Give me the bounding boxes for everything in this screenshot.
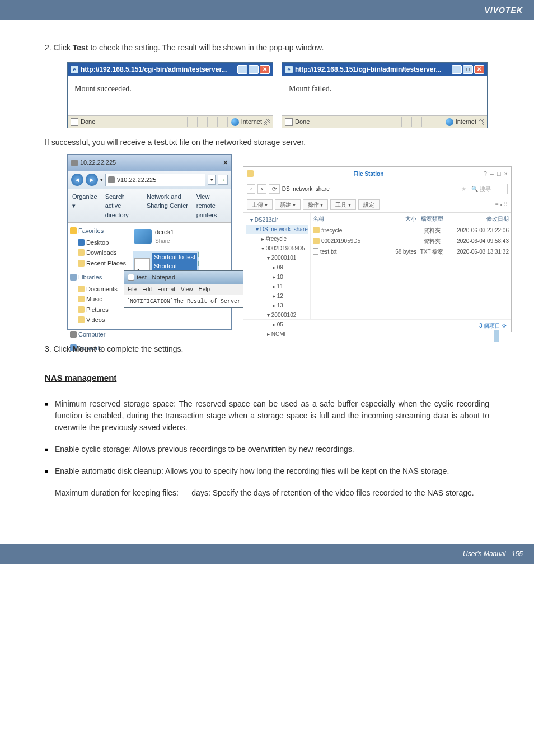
tree-hour[interactable]: ▸ 11: [246, 282, 308, 291]
fs-header-row: 名稱 大小 檔案類型 修改日期: [311, 213, 511, 225]
fs-new-btn[interactable]: 新建 ▾: [275, 199, 301, 210]
forward-button[interactable]: ►: [86, 174, 98, 186]
col-name[interactable]: 名稱: [313, 214, 386, 223]
status-done: Done: [295, 117, 310, 127]
sidebar-favorites[interactable]: Favorites: [78, 226, 104, 236]
step3-suffix: to complete the settings.: [96, 344, 184, 353]
fs-action-btn[interactable]: 操作 ▾: [303, 199, 329, 210]
tree-hour[interactable]: ▸ 09: [246, 263, 308, 272]
tree-hour[interactable]: ▸ 12: [246, 291, 308, 301]
sidebar-pictures[interactable]: Pictures: [86, 305, 109, 315]
menu-file[interactable]: File: [128, 285, 137, 293]
fs-tools-btn[interactable]: 工具 ▾: [330, 199, 356, 210]
fs-view-toggle[interactable]: ≡ ▪ ⠿: [495, 200, 508, 209]
fs-crumb-root[interactable]: DS_network_share: [282, 185, 330, 193]
menu-help[interactable]: Help: [199, 285, 210, 293]
sidebar-downloads[interactable]: Downloads: [86, 248, 116, 258]
step-3: 3. Click Mount to complete the settings.: [45, 343, 489, 355]
close-button[interactable]: ✕: [260, 65, 270, 74]
tree-device[interactable]: ▾ 0002D19059D5: [246, 244, 308, 253]
ie-icon: e: [71, 66, 78, 73]
status-internet: Internet: [456, 117, 476, 127]
minimize-button[interactable]: _: [237, 65, 247, 74]
fs-minimize[interactable]: –: [490, 169, 494, 179]
folder-icon: [78, 260, 85, 267]
tree-date1[interactable]: ▾ 20000101: [246, 253, 308, 263]
fs-search-input[interactable]: 🔍 搜寻: [469, 184, 508, 194]
fs-refresh[interactable]: ⟳: [269, 184, 280, 194]
fs-titlebar: File Station ? – □ ×: [243, 167, 511, 181]
fs-settings-btn[interactable]: 設定: [358, 199, 380, 210]
col-date[interactable]: 修改日期: [447, 214, 509, 223]
sidebar-recent[interactable]: Recent Places: [86, 259, 126, 268]
tree-hour[interactable]: ▸ 10: [246, 272, 308, 282]
step2-num: 2.: [45, 43, 54, 52]
sidebar-desktop[interactable]: Desktop: [86, 238, 109, 248]
fs-row[interactable]: test.txt 58 bytes TXT 檔案 2020-06-03 13:3…: [311, 246, 511, 257]
col-size[interactable]: 大小: [386, 214, 416, 223]
sidebar-computer[interactable]: Computer: [78, 330, 105, 339]
resize-grip[interactable]: [264, 119, 270, 125]
menu-view[interactable]: View: [181, 285, 193, 293]
fs-row[interactable]: 0002D19059D5 資料夾 2020-06-04 09:58:43: [311, 236, 511, 246]
globe-icon: [231, 118, 239, 126]
fs-close[interactable]: ×: [504, 169, 508, 179]
explorer-window: 10.22.22.225 × ◄ ► ▾ \\10.22.22.225 ▾ →: [67, 154, 232, 330]
menu-edit[interactable]: Edit: [142, 285, 152, 293]
explorer-navbar: ◄ ► ▾ \\10.22.22.225 ▾ →: [68, 171, 231, 189]
col-type[interactable]: 檔案類型: [416, 214, 447, 223]
share-item[interactable]: derek1 Share: [133, 226, 228, 246]
close-icon[interactable]: ×: [223, 157, 228, 169]
tree-recycle[interactable]: ▸ #recycle: [246, 234, 308, 244]
tree-root[interactable]: ▾ DS213air: [246, 215, 308, 225]
search-directory[interactable]: Search active directory: [105, 192, 139, 220]
explorer-title: 10.22.22.225: [80, 158, 116, 167]
tree-hour[interactable]: ▸ 05: [246, 320, 308, 329]
folder-icon: [78, 316, 85, 323]
sidebar-libraries[interactable]: Libraries: [78, 273, 102, 282]
view-printers[interactable]: View remote printers: [196, 192, 227, 220]
address-bar[interactable]: \\10.22.22.225: [105, 174, 205, 186]
minimize-button[interactable]: _: [452, 65, 462, 74]
organize-menu[interactable]: Organize ▾: [72, 192, 97, 220]
star-icon[interactable]: ★: [461, 185, 466, 193]
tree-ncmf[interactable]: ▸ NCMF: [246, 329, 308, 339]
step2-suffix: to check the setting. The result will be…: [88, 43, 324, 52]
sidebar-videos[interactable]: Videos: [86, 315, 105, 325]
dropdown-button[interactable]: ▾: [208, 175, 216, 185]
sidebar-documents[interactable]: Documents: [86, 284, 118, 294]
fs-body: ▾ DS213air ▾ DS_network_share ▸ #recycle…: [243, 213, 511, 319]
bullet-2: Enable cyclic storage: Allows previous r…: [45, 444, 489, 455]
fs-tree: ▾ DS213air ▾ DS_network_share ▸ #recycle…: [243, 213, 311, 319]
explorer-main: derek1 Share ↗ Shortcut to test Shortcut: [129, 223, 231, 329]
back-button[interactable]: ◄: [71, 174, 83, 186]
tree-date2[interactable]: ▾ 20000102: [246, 310, 308, 320]
menu-format[interactable]: Format: [157, 285, 175, 293]
network-center[interactable]: Network and Sharing Center: [147, 192, 189, 220]
close-button[interactable]: ✕: [474, 65, 484, 74]
tree-hour[interactable]: ▸ 13: [246, 301, 308, 310]
maximize-button[interactable]: □: [463, 65, 473, 74]
folder-icon: [313, 238, 320, 244]
share-icon: [134, 229, 152, 244]
maximize-button[interactable]: □: [249, 65, 259, 74]
popup-success-status: Done Internet: [68, 115, 273, 128]
ie-icon: e: [285, 66, 293, 73]
fs-search-toggle[interactable]: ?: [484, 169, 487, 179]
header-band: VIVOTEK: [0, 0, 534, 20]
fs-forward[interactable]: ›: [257, 184, 266, 194]
tree-share[interactable]: ▾ DS_network_share: [246, 225, 308, 234]
folder-icon: [78, 249, 85, 256]
resize-grip[interactable]: [479, 119, 484, 125]
go-button[interactable]: →: [218, 175, 228, 185]
fs-back[interactable]: ‹: [247, 184, 255, 194]
sidebar-music[interactable]: Music: [86, 295, 102, 304]
address-text: \\10.22.22.225: [117, 175, 156, 185]
bullet-list: Minimum reserved storage space: The rese…: [45, 398, 489, 477]
fs-row[interactable]: #recycle 資料夾 2020-06-03 23:22:06: [311, 225, 511, 236]
nas-heading: NAS management: [45, 372, 489, 385]
after-popups-text: If successful, you will receive a test.t…: [45, 137, 489, 148]
fs-upload-btn[interactable]: 上傳 ▾: [247, 199, 273, 210]
popup-fail-url: http://192.168.5.151/cgi-bin/admin/tests…: [295, 64, 441, 74]
fs-maximize[interactable]: □: [497, 169, 501, 179]
